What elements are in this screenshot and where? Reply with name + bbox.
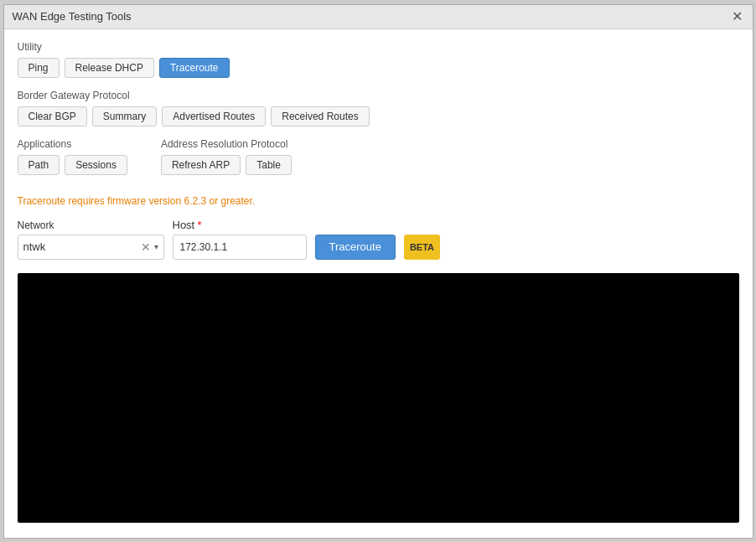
beta-badge: BETA <box>404 235 440 260</box>
bgp-btn-group: Clear BGP Summary Advertised Routes Rece… <box>18 106 739 126</box>
network-select[interactable]: ntwk ✕ ▾ <box>18 235 164 260</box>
modal-body: Utility Ping Release DHCP Traceroute Bor… <box>4 29 753 538</box>
applications-section: Applications Path Sessions <box>18 138 127 187</box>
warning-text: Traceroute requires firmware version 6.2… <box>18 195 739 207</box>
traceroute-button[interactable]: Traceroute <box>159 58 230 78</box>
network-field: Network ntwk ✕ ▾ <box>18 219 164 260</box>
clear-bgp-button[interactable]: Clear BGP <box>18 106 87 126</box>
summary-button[interactable]: Summary <box>92 106 157 126</box>
host-label: Host * <box>173 219 307 231</box>
modal-header: WAN Edge Testing Tools ✕ <box>4 5 753 29</box>
close-button[interactable]: ✕ <box>730 10 744 23</box>
utility-btn-group: Ping Release DHCP Traceroute <box>18 58 739 78</box>
table-button[interactable]: Table <box>246 155 292 175</box>
arp-btn-group: Refresh ARP Table <box>161 155 292 175</box>
chevron-down-icon[interactable]: ▾ <box>154 242 158 251</box>
traceroute-action-button[interactable]: Traceroute <box>315 235 396 260</box>
advertised-routes-button[interactable]: Advertised Routes <box>162 106 266 126</box>
modal-container: WAN Edge Testing Tools ✕ Utility Ping Re… <box>3 4 753 539</box>
network-clear-icon[interactable]: ✕ <box>141 240 151 254</box>
host-input[interactable] <box>173 235 307 260</box>
form-row: Network ntwk ✕ ▾ Host * Traceroute BETA <box>18 219 739 260</box>
refresh-arp-button[interactable]: Refresh ARP <box>161 155 241 175</box>
modal-title: WAN Edge Testing Tools <box>13 10 132 23</box>
ping-button[interactable]: Ping <box>18 58 60 78</box>
arp-label: Address Resolution Protocol <box>161 138 292 150</box>
release-dhcp-button[interactable]: Release DHCP <box>65 58 154 78</box>
arp-section: Address Resolution Protocol Refresh ARP … <box>161 138 292 187</box>
received-routes-button[interactable]: Received Routes <box>271 106 369 126</box>
output-area <box>18 273 739 523</box>
utility-label: Utility <box>18 41 739 53</box>
sessions-button[interactable]: Sessions <box>65 155 127 175</box>
applications-label: Applications <box>18 138 127 150</box>
app-arp-row: Applications Path Sessions Address Resol… <box>18 138 739 187</box>
host-required-indicator: * <box>198 219 202 231</box>
network-value: ntwk <box>23 240 141 253</box>
network-label: Network <box>18 219 164 231</box>
host-field: Host * <box>173 219 307 260</box>
path-button[interactable]: Path <box>18 155 60 175</box>
bgp-label: Border Gateway Protocol <box>18 90 739 101</box>
applications-btn-group: Path Sessions <box>18 155 127 175</box>
